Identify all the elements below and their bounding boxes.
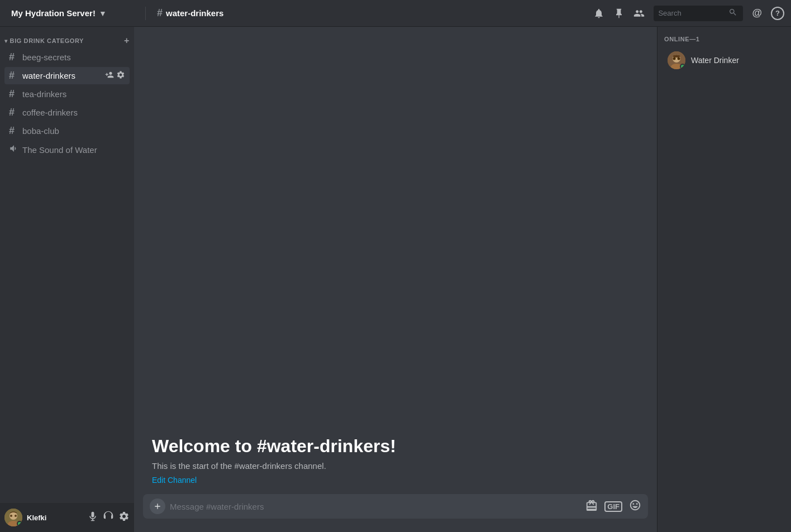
member-name-label: Water Drinker	[691, 56, 739, 65]
channel-item-the-sound-of-water[interactable]: The Sound of Water	[4, 141, 130, 159]
emoji-icon[interactable]	[629, 499, 641, 514]
topbar-divider	[145, 7, 146, 20]
channel-hash-icon: #	[9, 88, 19, 100]
chat-input-field[interactable]	[170, 502, 581, 511]
category-chevron-icon: ▾	[4, 38, 8, 44]
user-avatar[interactable]	[4, 509, 22, 526]
channel-hash-icon: #	[157, 7, 163, 19]
member-item[interactable]: Water Drinker	[664, 49, 784, 71]
channel-name-label: coffee-drinkers	[22, 108, 125, 117]
at-icon[interactable]: @	[752, 7, 762, 19]
channel-hash-icon: #	[9, 51, 19, 63]
topbar-channel-name: water-drinkers	[166, 8, 223, 18]
chat-input-area: GIF	[134, 494, 657, 532]
channel-name-label: water-drinkers	[22, 71, 102, 80]
user-settings-icon[interactable]	[118, 511, 130, 525]
channel-hash-icon: #	[9, 107, 19, 118]
chat-area: Welcome to #water-drinkers! This is the …	[134, 27, 657, 532]
gift-icon[interactable]	[585, 499, 598, 514]
add-channel-icon[interactable]: +	[124, 36, 130, 46]
channel-item-boba-club[interactable]: # boba-club	[4, 122, 130, 140]
topbar-channel: # water-drinkers	[150, 7, 589, 19]
category-name: BIG DRINK CATEGORY	[10, 37, 84, 44]
help-icon[interactable]: ?	[771, 7, 784, 20]
right-sidebar: ONLINE—1 Water Drinker	[657, 27, 791, 532]
topbar: My Hydration Server! ▼ # water-drinkers …	[0, 0, 791, 27]
channel-settings-icon[interactable]	[116, 70, 125, 81]
chat-input-box: GIF	[143, 494, 648, 519]
user-controls	[87, 511, 130, 525]
members-icon[interactable]	[633, 8, 645, 19]
user-online-indicator	[17, 521, 22, 526]
edit-channel-link[interactable]: Edit Channel	[152, 476, 197, 485]
category-title-row: ▾ BIG DRINK CATEGORY	[4, 37, 84, 44]
chat-input-icons: GIF	[585, 499, 641, 514]
gif-icon[interactable]: GIF	[604, 501, 622, 512]
channel-item-beeg-secrets[interactable]: # beeg-secrets	[4, 49, 130, 66]
svg-point-9	[678, 57, 680, 60]
topbar-icons: @ ?	[593, 6, 784, 21]
user-bar: Klefki	[0, 503, 134, 532]
channel-item-tea-drinkers[interactable]: # tea-drinkers	[4, 85, 130, 103]
channel-name-label: tea-drinkers	[22, 89, 125, 99]
search-input[interactable]	[658, 9, 725, 17]
category-header[interactable]: ▾ BIG DRINK CATEGORY +	[0, 27, 134, 48]
add-member-icon[interactable]	[105, 52, 114, 63]
search-icon	[728, 8, 737, 18]
user-name-label: Klefki	[27, 514, 83, 522]
add-member-icon[interactable]	[105, 70, 114, 81]
online-header: ONLINE—1	[664, 36, 784, 42]
svg-rect-10	[673, 55, 680, 57]
pin-icon[interactable]	[613, 8, 625, 19]
attach-button[interactable]	[150, 499, 165, 514]
channel-action-icons	[105, 70, 125, 81]
search-box[interactable]	[654, 6, 743, 21]
channel-hash-icon: #	[9, 125, 19, 137]
member-online-indicator	[680, 64, 685, 69]
server-name[interactable]: My Hydration Server! ▼	[7, 8, 141, 18]
channel-name-label: beeg-secrets	[22, 52, 102, 62]
server-dropdown-icon[interactable]: ▼	[99, 9, 107, 18]
channel-item-water-drinkers[interactable]: # water-drinkers	[4, 67, 130, 84]
channel-name-label: boba-club	[22, 126, 125, 136]
server-name-label: My Hydration Server!	[11, 8, 96, 18]
svg-point-4	[15, 515, 17, 517]
svg-point-8	[673, 57, 676, 60]
channel-hash-icon: #	[9, 70, 19, 82]
voice-channel-icon	[9, 143, 19, 156]
member-avatar	[668, 51, 685, 69]
left-sidebar: ▾ BIG DRINK CATEGORY + # beeg-secrets # …	[0, 27, 134, 532]
channel-settings-icon[interactable]	[116, 52, 125, 63]
mic-icon[interactable]	[87, 511, 98, 525]
bell-icon[interactable]	[593, 8, 604, 19]
main-layout: ▾ BIG DRINK CATEGORY + # beeg-secrets # …	[0, 27, 791, 532]
channel-name-label: The Sound of Water	[22, 145, 125, 155]
chat-messages: Welcome to #water-drinkers! This is the …	[134, 27, 657, 494]
svg-point-3	[10, 515, 12, 517]
welcome-title: Welcome to #water-drinkers!	[152, 436, 639, 457]
headphones-icon[interactable]	[103, 511, 114, 525]
channel-item-coffee-drinkers[interactable]: # coffee-drinkers	[4, 104, 130, 121]
welcome-section: Welcome to #water-drinkers! This is the …	[143, 425, 648, 494]
welcome-description: This is the start of the #water-drinkers…	[152, 461, 639, 471]
